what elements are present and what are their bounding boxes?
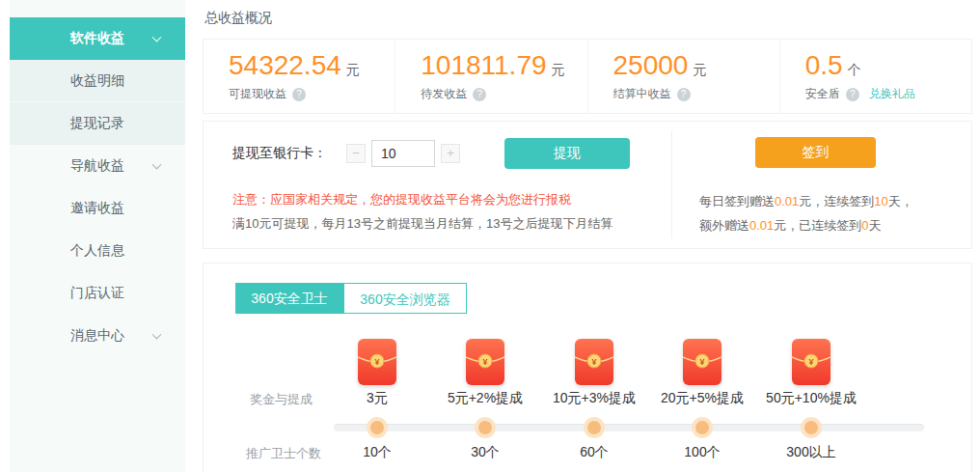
sidebar-item-label: 收益明细 — [70, 72, 124, 90]
stat-unit: 元 — [693, 62, 706, 77]
stat-label: 可提现收益 — [229, 86, 286, 102]
tax-warning-text: 注意：应国家相关规定，您的提现收益平台将会为您进行报税 — [232, 191, 571, 208]
tier-milestone-dot — [692, 417, 713, 438]
stat-value: 101811.79 — [421, 50, 546, 80]
stat-security-shield: 0.5个 安全盾 ? 兑换礼品 — [780, 40, 971, 113]
sidebar: 软件收益 收益明细 提现记录 导航收益 邀请收益 个人信息 门店认证 消息中心 — [10, 0, 185, 472]
increase-amount-button[interactable]: + — [441, 144, 460, 163]
red-envelope-icon: ¥ — [358, 339, 396, 385]
sidebar-item-label: 提现记录 — [70, 115, 124, 132]
svg-text:¥: ¥ — [374, 357, 379, 367]
signin-text-highlight: 0.01 — [775, 194, 799, 208]
sign-in-button[interactable]: 签到 — [755, 137, 876, 168]
red-envelope-icon: ¥ — [466, 339, 504, 385]
sidebar-item-label: 软件收益 — [70, 30, 124, 47]
stats-card: 54322.54元 可提现收益 ? 101811.79元 待发收益 ? 2500… — [203, 39, 972, 114]
tier-milestone-dot — [801, 417, 822, 438]
withdraw-to-bank-label: 提现至银行卡： — [232, 145, 327, 162]
signin-text-highlight: 10 — [874, 194, 887, 208]
chevron-down-icon — [152, 33, 162, 42]
sidebar-item-navigation-earnings[interactable]: 导航收益 — [10, 145, 185, 187]
svg-text:¥: ¥ — [482, 357, 487, 367]
product-tabs: 360安全卫士 360安全浏览器 — [235, 283, 467, 314]
stat-settling: 25000元 结算中收益 ? — [588, 40, 780, 113]
tier-milestone-dot — [475, 417, 496, 438]
stat-unit: 个 — [848, 62, 861, 77]
withdraw-button[interactable]: 提现 — [504, 138, 630, 169]
earnings-dashboard-page: 软件收益 收益明细 提现记录 导航收益 邀请收益 个人信息 门店认证 消息中心 — [0, 0, 980, 472]
stat-withdrawable: 54322.54元 可提现收益 ? — [204, 40, 395, 113]
tier-reward: 50元+10%提成 — [729, 390, 893, 407]
sidebar-item-label: 导航收益 — [70, 157, 124, 175]
signin-text-part: 元，连续签到 — [799, 194, 874, 208]
withdraw-card: 提现至银行卡： − + 提现 注意：应国家相关规定，您的提现收益平台将会为您进行… — [203, 121, 972, 249]
sidebar-item-software-earnings[interactable]: 软件收益 — [10, 17, 185, 60]
stat-value: 0.5 — [805, 50, 843, 80]
tab-360-safeguard[interactable]: 360安全卫士 — [235, 283, 343, 314]
withdraw-rules-text: 满10元可提现，每月13号之前提现当月结算，13号之后提现下月结算 — [232, 215, 612, 233]
stat-unit: 元 — [346, 62, 360, 77]
stat-unit: 元 — [552, 62, 565, 77]
signin-text-highlight: 0 — [861, 218, 868, 233]
signin-text-highlight: 0.01 — [749, 218, 774, 233]
promotion-card: 360安全卫士 360安全浏览器 ¥ ¥ ¥ ¥ — [203, 263, 972, 472]
sidebar-item-label: 邀请收益 — [70, 200, 124, 217]
help-icon[interactable]: ? — [846, 88, 859, 101]
chevron-down-icon — [152, 160, 162, 170]
signin-text-part: 天 — [869, 218, 882, 233]
sidebar-item-store-certification[interactable]: 门店认证 — [10, 272, 185, 315]
decrease-amount-button[interactable]: − — [346, 144, 366, 163]
red-envelope-icon: ¥ — [792, 339, 830, 385]
sidebar-item-label: 门店认证 — [70, 285, 124, 302]
sidebar-item-label: 消息中心 — [70, 327, 124, 345]
help-icon[interactable]: ? — [677, 88, 691, 101]
sidebar-subgroup: 收益明细 提现记录 — [10, 60, 185, 145]
redeem-gifts-link[interactable]: 兑换礼品 — [869, 86, 915, 102]
signin-text-part: 每日签到赠送 — [699, 194, 775, 208]
tier-count: 300以上 — [729, 444, 893, 461]
red-envelope-icon: ¥ — [683, 339, 721, 385]
help-icon[interactable]: ? — [292, 88, 306, 101]
tier-milestone-dot — [584, 417, 605, 438]
chevron-down-icon — [152, 330, 162, 340]
signin-text-part: 额外赠送 — [699, 218, 749, 233]
vertical-divider — [671, 131, 672, 238]
stat-pending: 101811.79元 待发收益 ? — [395, 40, 587, 113]
stat-value: 25000 — [613, 50, 689, 80]
sidebar-item-label: 个人信息 — [70, 242, 124, 260]
signin-text-part: 元，已连续签到 — [774, 218, 861, 233]
sign-in-rules-text: 每日签到赠送0.01元，连续签到10天， 额外赠送0.01元，已连续签到0天 — [699, 189, 975, 237]
sidebar-item-message-center[interactable]: 消息中心 — [10, 315, 185, 357]
tab-360-browser[interactable]: 360安全浏览器 — [343, 283, 467, 314]
signin-text-part: 天， — [888, 194, 913, 208]
tier-milestone-dot — [367, 417, 388, 438]
page-title: 总收益概况 — [204, 10, 272, 27]
red-envelope-icon: ¥ — [575, 339, 613, 385]
sidebar-item-personal-info[interactable]: 个人信息 — [10, 230, 185, 272]
stat-label: 结算中收益 — [613, 86, 671, 102]
tier-progress-track — [334, 424, 924, 431]
help-icon[interactable]: ? — [473, 88, 486, 101]
stat-label: 安全盾 — [805, 86, 840, 102]
withdraw-amount-input[interactable] — [371, 140, 435, 167]
svg-text:¥: ¥ — [808, 357, 813, 367]
stat-label: 待发收益 — [421, 86, 467, 102]
sidebar-item-earnings-detail[interactable]: 收益明细 — [10, 60, 185, 102]
svg-text:¥: ¥ — [699, 357, 704, 367]
stat-value: 54322.54 — [229, 50, 341, 80]
sidebar-item-invite-earnings[interactable]: 邀请收益 — [10, 187, 185, 230]
sidebar-item-withdraw-records[interactable]: 提现记录 — [10, 102, 185, 145]
svg-text:¥: ¥ — [591, 357, 596, 367]
